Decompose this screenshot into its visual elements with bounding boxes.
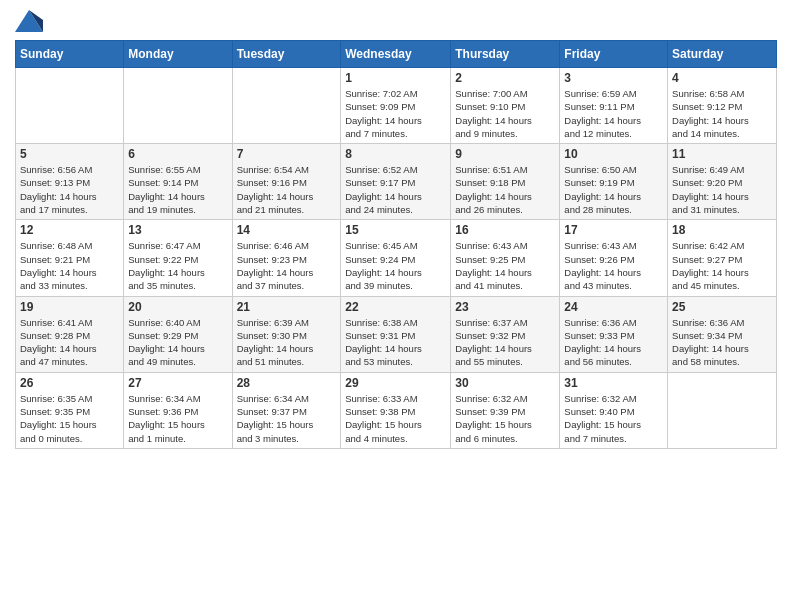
- day-info: Sunrise: 6:34 AM Sunset: 9:36 PM Dayligh…: [128, 392, 227, 445]
- calendar-week-row: 5Sunrise: 6:56 AM Sunset: 9:13 PM Daylig…: [16, 144, 777, 220]
- calendar-cell: [16, 68, 124, 144]
- calendar-cell: 23Sunrise: 6:37 AM Sunset: 9:32 PM Dayli…: [451, 296, 560, 372]
- calendar-cell: 5Sunrise: 6:56 AM Sunset: 9:13 PM Daylig…: [16, 144, 124, 220]
- day-number: 27: [128, 376, 227, 390]
- day-info: Sunrise: 6:47 AM Sunset: 9:22 PM Dayligh…: [128, 239, 227, 292]
- day-info: Sunrise: 6:42 AM Sunset: 9:27 PM Dayligh…: [672, 239, 772, 292]
- calendar-cell: 19Sunrise: 6:41 AM Sunset: 9:28 PM Dayli…: [16, 296, 124, 372]
- day-number: 3: [564, 71, 663, 85]
- day-info: Sunrise: 6:55 AM Sunset: 9:14 PM Dayligh…: [128, 163, 227, 216]
- calendar-table: SundayMondayTuesdayWednesdayThursdayFrid…: [15, 40, 777, 449]
- calendar-cell: 17Sunrise: 6:43 AM Sunset: 9:26 PM Dayli…: [560, 220, 668, 296]
- weekday-header-friday: Friday: [560, 41, 668, 68]
- day-number: 24: [564, 300, 663, 314]
- calendar-week-row: 19Sunrise: 6:41 AM Sunset: 9:28 PM Dayli…: [16, 296, 777, 372]
- day-info: Sunrise: 6:45 AM Sunset: 9:24 PM Dayligh…: [345, 239, 446, 292]
- day-number: 5: [20, 147, 119, 161]
- calendar-cell: 29Sunrise: 6:33 AM Sunset: 9:38 PM Dayli…: [341, 372, 451, 448]
- day-info: Sunrise: 6:52 AM Sunset: 9:17 PM Dayligh…: [345, 163, 446, 216]
- calendar-cell: 25Sunrise: 6:36 AM Sunset: 9:34 PM Dayli…: [668, 296, 777, 372]
- calendar-cell: 28Sunrise: 6:34 AM Sunset: 9:37 PM Dayli…: [232, 372, 341, 448]
- day-info: Sunrise: 7:02 AM Sunset: 9:09 PM Dayligh…: [345, 87, 446, 140]
- weekday-header-thursday: Thursday: [451, 41, 560, 68]
- day-number: 26: [20, 376, 119, 390]
- day-info: Sunrise: 6:43 AM Sunset: 9:25 PM Dayligh…: [455, 239, 555, 292]
- day-info: Sunrise: 6:38 AM Sunset: 9:31 PM Dayligh…: [345, 316, 446, 369]
- day-info: Sunrise: 6:35 AM Sunset: 9:35 PM Dayligh…: [20, 392, 119, 445]
- day-number: 31: [564, 376, 663, 390]
- calendar-week-row: 1Sunrise: 7:02 AM Sunset: 9:09 PM Daylig…: [16, 68, 777, 144]
- day-number: 4: [672, 71, 772, 85]
- day-number: 8: [345, 147, 446, 161]
- calendar-cell: 26Sunrise: 6:35 AM Sunset: 9:35 PM Dayli…: [16, 372, 124, 448]
- calendar-cell: 7Sunrise: 6:54 AM Sunset: 9:16 PM Daylig…: [232, 144, 341, 220]
- calendar-cell: 15Sunrise: 6:45 AM Sunset: 9:24 PM Dayli…: [341, 220, 451, 296]
- calendar-week-row: 12Sunrise: 6:48 AM Sunset: 9:21 PM Dayli…: [16, 220, 777, 296]
- day-number: 10: [564, 147, 663, 161]
- calendar-cell: [124, 68, 232, 144]
- day-number: 17: [564, 223, 663, 237]
- logo: [15, 10, 47, 32]
- calendar-cell: 16Sunrise: 6:43 AM Sunset: 9:25 PM Dayli…: [451, 220, 560, 296]
- day-number: 15: [345, 223, 446, 237]
- calendar-cell: 4Sunrise: 6:58 AM Sunset: 9:12 PM Daylig…: [668, 68, 777, 144]
- calendar-cell: 21Sunrise: 6:39 AM Sunset: 9:30 PM Dayli…: [232, 296, 341, 372]
- day-number: 21: [237, 300, 337, 314]
- day-info: Sunrise: 6:40 AM Sunset: 9:29 PM Dayligh…: [128, 316, 227, 369]
- day-number: 2: [455, 71, 555, 85]
- day-number: 19: [20, 300, 119, 314]
- calendar-cell: 13Sunrise: 6:47 AM Sunset: 9:22 PM Dayli…: [124, 220, 232, 296]
- day-info: Sunrise: 6:34 AM Sunset: 9:37 PM Dayligh…: [237, 392, 337, 445]
- weekday-header-monday: Monday: [124, 41, 232, 68]
- weekday-header-row: SundayMondayTuesdayWednesdayThursdayFrid…: [16, 41, 777, 68]
- day-number: 29: [345, 376, 446, 390]
- calendar-week-row: 26Sunrise: 6:35 AM Sunset: 9:35 PM Dayli…: [16, 372, 777, 448]
- day-number: 18: [672, 223, 772, 237]
- calendar-cell: 18Sunrise: 6:42 AM Sunset: 9:27 PM Dayli…: [668, 220, 777, 296]
- calendar-cell: 3Sunrise: 6:59 AM Sunset: 9:11 PM Daylig…: [560, 68, 668, 144]
- calendar-cell: 2Sunrise: 7:00 AM Sunset: 9:10 PM Daylig…: [451, 68, 560, 144]
- day-number: 12: [20, 223, 119, 237]
- day-info: Sunrise: 6:50 AM Sunset: 9:19 PM Dayligh…: [564, 163, 663, 216]
- day-info: Sunrise: 6:56 AM Sunset: 9:13 PM Dayligh…: [20, 163, 119, 216]
- calendar-cell: 20Sunrise: 6:40 AM Sunset: 9:29 PM Dayli…: [124, 296, 232, 372]
- day-number: 14: [237, 223, 337, 237]
- day-info: Sunrise: 6:36 AM Sunset: 9:33 PM Dayligh…: [564, 316, 663, 369]
- weekday-header-tuesday: Tuesday: [232, 41, 341, 68]
- calendar-cell: 14Sunrise: 6:46 AM Sunset: 9:23 PM Dayli…: [232, 220, 341, 296]
- day-info: Sunrise: 7:00 AM Sunset: 9:10 PM Dayligh…: [455, 87, 555, 140]
- calendar-cell: 12Sunrise: 6:48 AM Sunset: 9:21 PM Dayli…: [16, 220, 124, 296]
- calendar-cell: 6Sunrise: 6:55 AM Sunset: 9:14 PM Daylig…: [124, 144, 232, 220]
- calendar-body: 1Sunrise: 7:02 AM Sunset: 9:09 PM Daylig…: [16, 68, 777, 449]
- calendar-cell: 11Sunrise: 6:49 AM Sunset: 9:20 PM Dayli…: [668, 144, 777, 220]
- day-info: Sunrise: 6:48 AM Sunset: 9:21 PM Dayligh…: [20, 239, 119, 292]
- calendar-cell: [232, 68, 341, 144]
- day-number: 11: [672, 147, 772, 161]
- day-number: 25: [672, 300, 772, 314]
- day-info: Sunrise: 6:49 AM Sunset: 9:20 PM Dayligh…: [672, 163, 772, 216]
- day-number: 22: [345, 300, 446, 314]
- calendar-header: SundayMondayTuesdayWednesdayThursdayFrid…: [16, 41, 777, 68]
- day-info: Sunrise: 6:39 AM Sunset: 9:30 PM Dayligh…: [237, 316, 337, 369]
- day-number: 28: [237, 376, 337, 390]
- weekday-header-wednesday: Wednesday: [341, 41, 451, 68]
- day-info: Sunrise: 6:36 AM Sunset: 9:34 PM Dayligh…: [672, 316, 772, 369]
- day-number: 20: [128, 300, 227, 314]
- calendar-cell: 30Sunrise: 6:32 AM Sunset: 9:39 PM Dayli…: [451, 372, 560, 448]
- day-number: 16: [455, 223, 555, 237]
- day-info: Sunrise: 6:41 AM Sunset: 9:28 PM Dayligh…: [20, 316, 119, 369]
- day-info: Sunrise: 6:59 AM Sunset: 9:11 PM Dayligh…: [564, 87, 663, 140]
- calendar-cell: [668, 372, 777, 448]
- calendar-cell: 8Sunrise: 6:52 AM Sunset: 9:17 PM Daylig…: [341, 144, 451, 220]
- day-number: 9: [455, 147, 555, 161]
- calendar-cell: 22Sunrise: 6:38 AM Sunset: 9:31 PM Dayli…: [341, 296, 451, 372]
- day-info: Sunrise: 6:32 AM Sunset: 9:39 PM Dayligh…: [455, 392, 555, 445]
- calendar-cell: 9Sunrise: 6:51 AM Sunset: 9:18 PM Daylig…: [451, 144, 560, 220]
- calendar-cell: 24Sunrise: 6:36 AM Sunset: 9:33 PM Dayli…: [560, 296, 668, 372]
- weekday-header-saturday: Saturday: [668, 41, 777, 68]
- day-number: 30: [455, 376, 555, 390]
- calendar-cell: 1Sunrise: 7:02 AM Sunset: 9:09 PM Daylig…: [341, 68, 451, 144]
- day-info: Sunrise: 6:58 AM Sunset: 9:12 PM Dayligh…: [672, 87, 772, 140]
- day-number: 6: [128, 147, 227, 161]
- day-info: Sunrise: 6:37 AM Sunset: 9:32 PM Dayligh…: [455, 316, 555, 369]
